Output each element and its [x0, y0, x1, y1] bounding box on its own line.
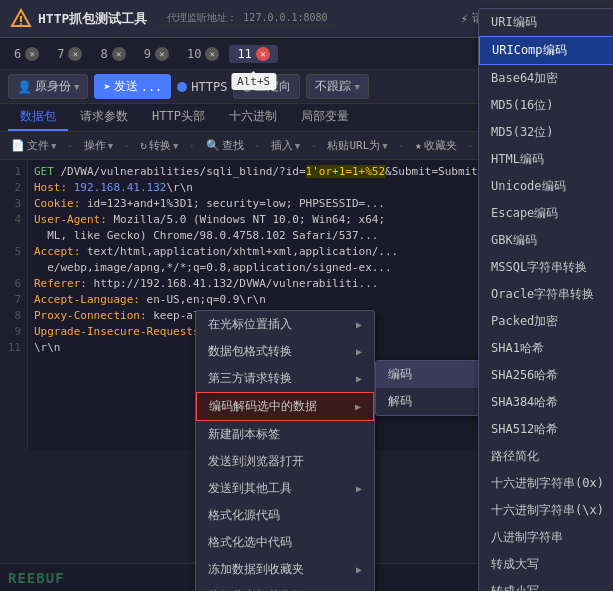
- submenu-arrow: ▶: [356, 564, 362, 575]
- line-numbers: 1 2 3 4 5 6 7 8 9 11: [0, 160, 28, 450]
- ctx-format-selected[interactable]: 格式化选中代码: [196, 529, 374, 556]
- ctx-md5-32[interactable]: MD5(32位): [479, 119, 613, 146]
- ctx-hex-x[interactable]: 十六进制字符串(\x): [479, 497, 613, 524]
- ctx-unicode-encode[interactable]: Unicode编码: [479, 173, 613, 200]
- ctx-path-simplify[interactable]: 路径简化: [479, 443, 613, 470]
- redirect-button[interactable]: 重定向: [233, 74, 300, 99]
- no-track-dropdown-icon: ▼: [354, 82, 359, 92]
- search-icon: 🔍: [206, 139, 220, 152]
- ctx-format-source[interactable]: 格式化源代码: [196, 502, 374, 529]
- submenu-arrow: ▶: [356, 373, 362, 384]
- ctx-sha1[interactable]: SHA1哈希: [479, 335, 613, 362]
- tab-9-close[interactable]: ✕: [155, 47, 169, 61]
- ctx-html-encode[interactable]: HTML编码: [479, 146, 613, 173]
- action-op-button[interactable]: 操作 ▼: [79, 136, 118, 155]
- collect-button[interactable]: ★ 收藏夹: [410, 136, 462, 155]
- tab-10-label: 10: [187, 47, 201, 61]
- insert-button[interactable]: 插入 ▼: [266, 136, 305, 155]
- ctx-packed[interactable]: Packed加密: [479, 308, 613, 335]
- tab-9-label: 9: [144, 47, 151, 61]
- divider-2: ·: [123, 139, 130, 153]
- left-context-menu: 在光标位置插入 ▶ 数据包格式转换 ▶ 第三方请求转换 ▶ 编码解码选中的数据 …: [195, 310, 375, 591]
- ctx-uppercase[interactable]: 转成大写: [479, 551, 613, 578]
- ctx-open-browser[interactable]: 发送到浏览器打开: [196, 448, 374, 475]
- ctx-sha512[interactable]: SHA512哈希: [479, 416, 613, 443]
- sub-tab-hex[interactable]: 十六进制: [217, 104, 289, 131]
- action-dropdown-icon: ▼: [108, 141, 113, 151]
- divider-4: ·: [254, 139, 261, 153]
- footer-logo: REEBUF: [8, 570, 65, 586]
- tab-8[interactable]: 8 ✕: [92, 45, 133, 63]
- divider-1: ·: [66, 139, 73, 153]
- identity-dropdown-icon: ▼: [74, 82, 79, 92]
- sub-tab-params[interactable]: 请求参数: [68, 104, 140, 131]
- paste-dropdown-icon: ▼: [382, 141, 387, 151]
- ctx-sha384[interactable]: SHA384哈希: [479, 389, 613, 416]
- ctx-sha256[interactable]: SHA256哈希: [479, 362, 613, 389]
- ctx-third-party[interactable]: 第三方请求转换 ▶: [196, 365, 374, 392]
- submenu-arrow: ▶: [356, 346, 362, 357]
- ctx-send-tools[interactable]: 发送到其他工具 ▶: [196, 475, 374, 502]
- ctx-uri-encode[interactable]: URI编码: [479, 9, 613, 36]
- proxy-info: 代理监听地址： 127.0.0.1:8080: [157, 11, 337, 26]
- ctx-new-tab[interactable]: 新建副本标签: [196, 421, 374, 448]
- ctx-insert-cursor[interactable]: 在光标位置插入 ▶: [196, 311, 374, 338]
- ctx-uricomp-encode[interactable]: URIComp编码: [479, 36, 613, 65]
- star-icon: ★: [415, 139, 422, 152]
- ctx-lowercase[interactable]: 转成小写: [479, 578, 613, 591]
- divider-7: ·: [467, 139, 474, 153]
- submenu-arrow: ▶: [356, 483, 362, 494]
- ctx-md5-16[interactable]: MD5(16位): [479, 92, 613, 119]
- convert-icon: ↻: [140, 139, 147, 152]
- tab-11-close[interactable]: ✕: [256, 47, 270, 61]
- identity-button[interactable]: 👤 原身份 ▼: [8, 74, 88, 99]
- tab-7-close[interactable]: ✕: [68, 47, 82, 61]
- tab-6-close[interactable]: ✕: [25, 47, 39, 61]
- tab-6[interactable]: 6 ✕: [6, 45, 47, 63]
- ctx-oracle-convert[interactable]: Oracle字符串转换: [479, 281, 613, 308]
- logo-icon: [10, 8, 32, 30]
- ctx-load-collect[interactable]: 从收藏夹加载数据 ▶: [196, 583, 374, 591]
- tab-10-close[interactable]: ✕: [205, 47, 219, 61]
- https-toggle[interactable]: HTTPS: [177, 80, 227, 94]
- ctx-base64[interactable]: Base64加密: [479, 65, 613, 92]
- tab-10[interactable]: 10 ✕: [179, 45, 227, 63]
- redirect-dot: [242, 82, 252, 92]
- no-track-button[interactable]: 不跟踪 ▼: [306, 74, 368, 99]
- intercept-icon: ⚡: [461, 12, 468, 26]
- ctx-encode-decode[interactable]: 编码解码选中的数据 ▶: [196, 392, 374, 421]
- ctx-escape-encode[interactable]: Escape编码: [479, 200, 613, 227]
- sub-tab-vars[interactable]: 局部变量: [289, 104, 361, 131]
- tab-11[interactable]: 11 ✕ Alt+S: [229, 45, 277, 63]
- submenu-arrow: ▶: [356, 319, 362, 330]
- sub-tab-headers[interactable]: HTTP头部: [140, 104, 217, 131]
- tab-9[interactable]: 9 ✕: [136, 45, 177, 63]
- tab-7-label: 7: [57, 47, 64, 61]
- ctx-gbk-encode[interactable]: GBK编码: [479, 227, 613, 254]
- divider-3: ·: [188, 139, 195, 153]
- ctx-add-collect[interactable]: 冻加数据到收藏夹 ▶: [196, 556, 374, 583]
- right-encode-menu: URI编码 URIComp编码 Base64加密 MD5(16位) MD5(32…: [478, 8, 613, 591]
- ctx-format-convert[interactable]: 数据包格式转换 ▶: [196, 338, 374, 365]
- paste-url-button[interactable]: 粘贴URL为 ▼: [322, 136, 392, 155]
- send-icon: ➤: [103, 80, 110, 94]
- send-button[interactable]: ➤ 发送 ...: [94, 74, 171, 99]
- tab-7[interactable]: 7 ✕: [49, 45, 90, 63]
- tab-8-close[interactable]: ✕: [112, 47, 126, 61]
- file-icon: 📄: [11, 139, 25, 152]
- convert-button[interactable]: ↻ 转换 ▼: [135, 136, 183, 155]
- tab-6-label: 6: [14, 47, 21, 61]
- sub-tab-data[interactable]: 数据包: [8, 104, 68, 131]
- file-button[interactable]: 📄 文件 ▼: [6, 136, 61, 155]
- file-dropdown-icon: ▼: [51, 141, 56, 151]
- ctx-octal[interactable]: 八进制字符串: [479, 524, 613, 551]
- find-button[interactable]: 🔍 查找: [201, 136, 249, 155]
- ctx-hex-0x[interactable]: 十六进制字符串(0x): [479, 470, 613, 497]
- app-title: HTTP抓包测试工具: [38, 10, 147, 28]
- https-dot: [177, 82, 187, 92]
- tab-8-label: 8: [100, 47, 107, 61]
- svg-point-2: [20, 23, 22, 25]
- app-logo: HTTP抓包测试工具: [10, 8, 147, 30]
- ctx-mssql-convert[interactable]: MSSQL字符串转换: [479, 254, 613, 281]
- identity-icon: 👤: [17, 80, 32, 94]
